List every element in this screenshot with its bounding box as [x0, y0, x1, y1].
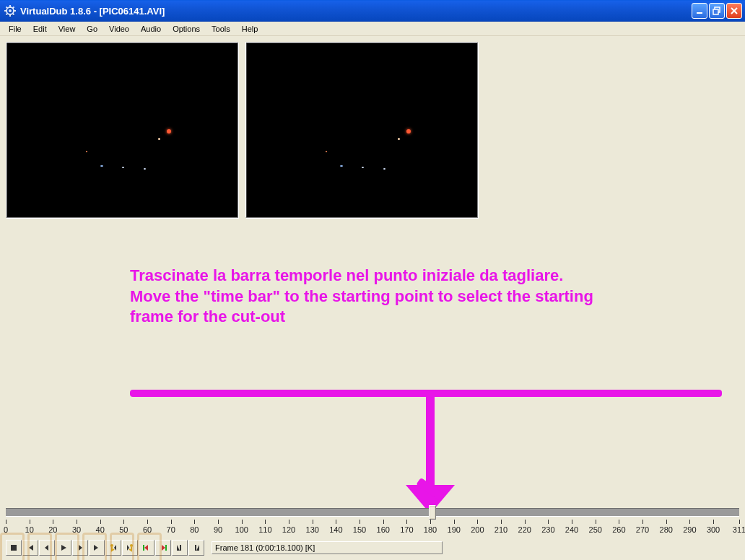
menu-tools[interactable]: Tools — [206, 23, 236, 35]
begin-button[interactable] — [22, 540, 38, 556]
ruler-label: 170 — [400, 525, 413, 534]
ruler-tick — [313, 520, 313, 524]
input-video-pane[interactable] — [6, 42, 238, 218]
ruler-label: 60 — [143, 525, 152, 534]
ruler-tick — [689, 520, 690, 524]
key-next-button[interactable] — [122, 540, 138, 556]
ruler-label: 190 — [448, 525, 461, 534]
key-next-icon — [125, 543, 135, 553]
ruler-tick — [477, 520, 478, 524]
ruler-tick — [194, 520, 195, 524]
ruler-label: 20 — [48, 525, 57, 534]
ruler-label: 220 — [518, 525, 531, 534]
ruler-tick — [572, 520, 572, 524]
ruler-label: 280 — [660, 525, 673, 534]
close-button[interactable] — [726, 3, 742, 19]
virtualdub-window: VirtualDub 1.8.6 - [PIC06141.AVI] File E… — [0, 0, 745, 560]
window-title: VirtualDub 1.8.6 - [PIC06141.AVI] — [19, 6, 692, 17]
ruler-label: 180 — [424, 525, 437, 534]
menu-video[interactable]: Video — [103, 23, 135, 35]
transport-toolbar: Frame 181 (0:00:18.100) [K] — [6, 538, 739, 557]
frame-display: Frame 181 (0:00:18.100) [K] — [212, 541, 443, 554]
ruler-tick — [430, 520, 431, 524]
ruler-label: 140 — [329, 525, 342, 534]
ruler-label: 90 — [214, 525, 222, 534]
fwd-icon — [75, 543, 85, 553]
ruler-tick — [383, 520, 384, 524]
ruler-label: 70 — [167, 525, 175, 534]
key-prev-button[interactable] — [105, 540, 121, 556]
ruler-label: 130 — [306, 525, 319, 534]
close-icon — [730, 6, 739, 15]
ruler-tick — [265, 520, 266, 524]
ruler-tick — [713, 520, 714, 524]
ruler-label: 30 — [72, 525, 81, 534]
fwd-button[interactable] — [72, 540, 88, 556]
menu-help[interactable]: Help — [236, 23, 264, 35]
ruler-label: 300 — [707, 525, 720, 534]
ruler-label: 100 — [235, 525, 248, 534]
ruler-tick — [289, 520, 289, 524]
svg-rect-4 — [713, 9, 718, 14]
mark-out-button[interactable] — [188, 540, 204, 556]
ruler-label: 0 — [4, 525, 8, 534]
annotation-text: Trascinate la barra temporle nel punto i… — [130, 266, 722, 328]
video-panes — [0, 36, 745, 218]
ruler-label: 120 — [282, 525, 295, 534]
mark-in-icon — [175, 543, 185, 553]
stop-button[interactable] — [6, 540, 22, 556]
ruler-tick — [77, 520, 77, 524]
ruler-tick — [218, 520, 219, 524]
scene-prev-button[interactable] — [139, 540, 154, 556]
ruler-label: 10 — [25, 525, 34, 534]
end-button[interactable] — [89, 540, 105, 556]
svg-rect-11 — [195, 545, 196, 551]
output-video-pane[interactable] — [245, 42, 478, 218]
menu-edit[interactable]: Edit — [27, 23, 53, 35]
ruler-tick — [619, 520, 619, 524]
svg-point-6 — [110, 544, 113, 547]
minimize-button[interactable] — [692, 3, 707, 19]
ruler-label: 150 — [353, 525, 366, 534]
svg-rect-2 — [697, 12, 702, 14]
ruler-label: 200 — [471, 525, 484, 534]
title-bar[interactable]: VirtualDub 1.8.6 - [PIC06141.AVI] — [0, 0, 745, 22]
ruler-tick — [147, 520, 148, 524]
annotation-line: Trascinate la barra temporle nel punto i… — [130, 266, 722, 286]
ruler-tick — [642, 520, 643, 524]
stop-icon — [9, 543, 19, 553]
menu-file[interactable]: File — [3, 23, 27, 35]
ruler-label: 270 — [636, 525, 649, 534]
ruler-tick — [666, 520, 667, 524]
menu-options[interactable]: Options — [167, 23, 206, 35]
ruler-label: 250 — [589, 525, 602, 534]
svg-rect-9 — [165, 545, 167, 551]
timeline-track[interactable] — [6, 504, 739, 520]
ruler-tick — [6, 520, 6, 524]
scene-next-button[interactable] — [155, 540, 171, 556]
client-area: Trascinate la barra temporle nel punto i… — [0, 36, 745, 560]
menu-view[interactable]: View — [53, 23, 82, 35]
svg-point-7 — [130, 544, 133, 547]
ruler-label: 80 — [190, 525, 199, 534]
menu-go[interactable]: Go — [81, 23, 103, 35]
back-button[interactable] — [39, 540, 55, 556]
ruler-tick — [454, 520, 455, 524]
ruler-label: 311 — [733, 525, 745, 534]
annotation-line: Move the "time bar" to the starting poin… — [130, 286, 722, 307]
timeline-thumb[interactable] — [429, 505, 436, 520]
svg-point-1 — [9, 9, 12, 12]
ruler-tick — [242, 520, 243, 524]
mark-in-button[interactable] — [172, 540, 188, 556]
mark-out-icon — [191, 543, 201, 553]
menu-audio[interactable]: Audio — [135, 23, 167, 35]
ruler-tick — [171, 520, 172, 524]
ruler-tick — [123, 520, 124, 524]
ruler-tick — [739, 520, 740, 524]
play-button[interactable] — [56, 540, 71, 556]
ruler-tick — [501, 520, 502, 524]
ruler-label: 240 — [565, 525, 578, 534]
ruler-tick — [100, 520, 101, 524]
restore-button[interactable] — [709, 3, 725, 19]
ruler-label: 260 — [612, 525, 625, 534]
